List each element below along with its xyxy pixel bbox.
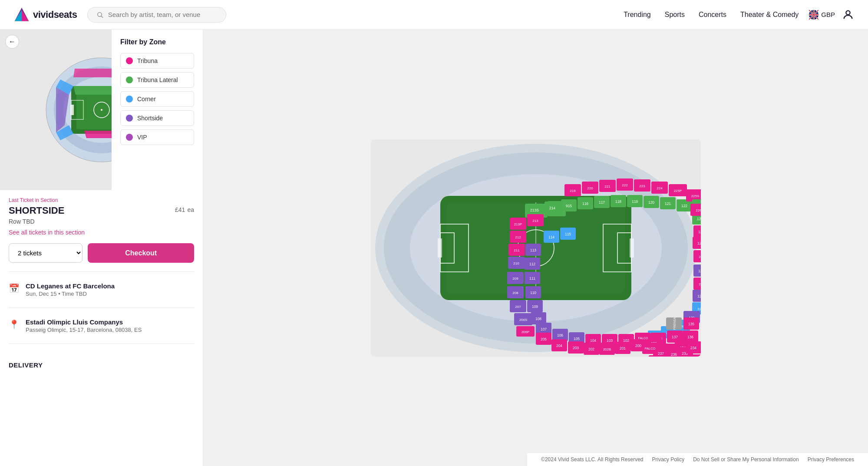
svg-marker-2 [22,10,29,21]
divider-2 [9,307,194,308]
corner-dot [126,96,133,102]
nav-sports[interactable]: Sports [665,11,685,19]
svg-line-4 [102,16,103,18]
filter-panel: Filter by Zone Tribuna Tribuna Lateral C… [112,30,203,190]
svg-text:225P: 225P [673,189,682,193]
filter-corner-label: Corner [137,96,156,102]
filter-vip-label: VIP [137,134,147,141]
ticket-quantity-select[interactable]: 2 tickets 1 ticket 3 tickets 4 tickets [9,243,83,263]
back-button[interactable]: ← [5,35,19,49]
svg-rect-39 [630,238,634,258]
svg-text:136: 136 [687,335,693,339]
svg-text:120: 120 [648,200,654,205]
svg-text:227: 227 [699,255,701,259]
left-panel: ← [0,30,203,466]
svg-text:112: 112 [529,262,535,266]
svg-text:121: 121 [664,202,670,206]
svg-text:234: 234 [690,346,696,350]
svg-text:210: 210 [513,261,519,265]
svg-text:229: 229 [697,307,701,311]
row-info: Row TBD [9,218,194,225]
svg-rect-188 [649,355,665,357]
svg-text:FALCO: FALCO [638,337,648,340]
svg-text:110: 110 [530,291,536,295]
svg-text:237: 237 [657,351,663,356]
location-icon: 📍 [9,319,20,330]
svg-text:202: 202 [588,347,594,351]
search-bar[interactable] [87,7,226,23]
currency-label: GBP [821,11,835,18]
svg-text:119: 119 [631,199,637,204]
currency-selector[interactable]: GBP [809,10,835,20]
svg-text:212: 212 [515,235,521,239]
svg-text:126: 126 [697,241,700,245]
svg-text:219: 219 [570,189,576,193]
large-stadium-map: 213S 214 213S 214 915 116 117 [371,139,701,357]
main-layout: ← [0,30,868,466]
svg-text:205: 205 [540,337,546,341]
user-icon[interactable] [842,9,854,21]
venue-info: Estadi Olimpic Lluis Companys Passeig Ol… [26,318,142,333]
filter-title: Filter by Zone [120,38,194,46]
mini-map-container: ← [0,30,203,190]
logo-text: vividseats [33,9,77,20]
svg-text:107: 107 [540,327,546,331]
search-icon [96,11,103,19]
checkout-button[interactable]: Checkout [88,243,194,263]
filter-tribuna[interactable]: Tribuna [120,53,194,69]
footer: ©2024 Vivid Seats LLC. All Rights Reserv… [527,453,868,466]
svg-text:200: 200 [635,344,641,348]
logo-link[interactable]: vividseats [14,7,77,23]
svg-text:213P: 213P [514,222,522,226]
filter-tribuna-lateral-label: Tribuna Lateral [137,76,178,83]
svg-text:206P: 206P [521,330,529,334]
filter-shortside[interactable]: Shortside [120,110,194,126]
svg-text:226: 226 [696,208,701,212]
svg-text:115: 115 [564,232,571,236]
svg-text:222: 222 [622,183,628,187]
svg-text:209: 209 [512,277,518,281]
see-all-link[interactable]: See all tickets in this section [9,229,85,236]
calendar-icon: 📅 [9,283,20,294]
svg-text:PALCO: PALCO [644,347,655,350]
svg-text:206S: 206S [519,318,527,322]
svg-text:127: 127 [698,269,700,273]
event-detail-venue: 📍 Estadi Olimpic Lluis Companys Passeig … [9,313,194,338]
vip-dot [126,134,133,141]
copyright: ©2024 Vivid Seats LLC. All Rights Reserv… [541,456,643,463]
svg-text:915: 915 [565,204,571,208]
nav-right: GBP [809,9,854,21]
svg-rect-196 [688,354,701,357]
nav-theater[interactable]: Theater & Comedy [740,11,799,19]
svg-text:109: 109 [531,304,538,309]
stadium-map-panel[interactable]: 213S 214 213S 214 915 116 117 [203,30,868,466]
svg-text:236: 236 [670,352,677,357]
svg-text:104: 104 [590,338,596,343]
event-name-date: CD Leganes at FC Barcelona Sun, Dec 15 •… [26,282,115,297]
svg-point-3 [98,12,102,17]
vivid-seats-logo-icon [14,7,30,23]
do-not-sell-link[interactable]: Do Not Sell or Share My Personal Informa… [693,456,799,463]
filter-tribuna-lateral[interactable]: Tribuna Lateral [120,72,194,88]
svg-point-14 [846,10,850,14]
svg-text:220: 220 [587,186,593,190]
svg-text:114: 114 [548,235,554,239]
privacy-preferences-link[interactable]: Privacy Preferences [808,456,854,463]
filter-corner[interactable]: Corner [120,91,194,107]
svg-text:213: 213 [532,219,538,223]
svg-text:108: 108 [535,317,541,321]
svg-text:135: 135 [688,322,694,326]
svg-text:224: 224 [657,186,663,190]
nav-concerts[interactable]: Concerts [699,11,726,19]
svg-text:117: 117 [598,200,604,205]
nav-trending[interactable]: Trending [624,11,651,19]
privacy-policy-link[interactable]: Privacy Policy [652,456,684,463]
svg-text:111: 111 [529,276,535,281]
nav-links: Trending Sports Concerts Theater & Comed… [624,11,799,19]
price-suffix: ea [187,206,194,213]
tribuna-dot [126,57,133,64]
filter-vip[interactable]: VIP [120,129,194,145]
shortside-dot [126,115,133,122]
search-input[interactable] [108,11,218,18]
svg-text:128: 128 [697,294,700,298]
